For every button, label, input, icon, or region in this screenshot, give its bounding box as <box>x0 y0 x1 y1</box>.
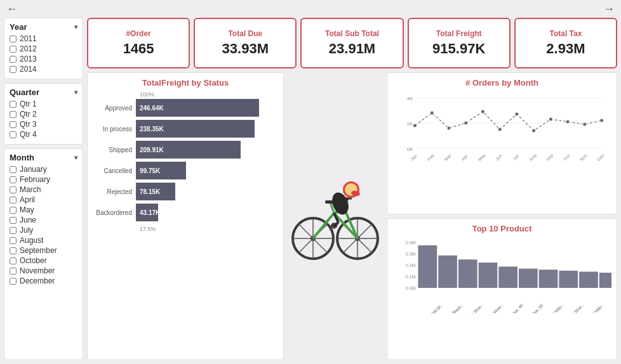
month-checkbox[interactable] <box>10 207 17 214</box>
svg-text:2K: 2K <box>407 121 413 127</box>
month-option-August[interactable]: August <box>10 236 77 245</box>
svg-text:4K: 4K <box>407 96 413 101</box>
bar-chart-row: Cancelled 99.75K <box>93 162 278 179</box>
year-label: Year <box>10 22 27 32</box>
svg-point-46 <box>600 119 604 122</box>
quarter-checkbox[interactable] <box>10 131 17 138</box>
svg-text:Feb: Feb <box>427 153 436 162</box>
bar-value: 246.64K <box>140 105 164 112</box>
svg-text:Jul: Jul <box>512 153 519 161</box>
forward-arrow[interactable]: → <box>603 3 615 16</box>
month-checkbox[interactable] <box>10 166 17 173</box>
month-option-June[interactable]: June <box>10 216 77 224</box>
svg-point-37 <box>447 126 451 130</box>
month-option-July[interactable]: July <box>10 226 77 235</box>
month-option-label: January <box>20 165 47 174</box>
svg-text:0.4M: 0.4M <box>406 240 416 245</box>
month-checkbox[interactable] <box>10 247 17 254</box>
month-checkbox[interactable] <box>10 237 17 244</box>
bar-chart-rows: Approved 246.64K In process 238.35K Ship… <box>93 99 278 224</box>
svg-rect-82 <box>599 273 611 288</box>
kpi-card: Total Sub Total23.91M <box>300 18 403 68</box>
year-checkbox-2014[interactable] <box>10 66 17 73</box>
bar-scale-bottom: 17.5% <box>140 226 278 232</box>
month-option-December[interactable]: December <box>10 276 77 285</box>
year-checkbox-2011[interactable] <box>10 36 17 42</box>
freight-chart-title: TotalFreight by Status <box>93 78 278 88</box>
bar-label: Approved <box>93 105 136 112</box>
month-option-January[interactable]: January <box>10 165 77 174</box>
kpi-value: 1465 <box>123 41 154 57</box>
top-navigation: ← → <box>0 0 621 18</box>
bar-value: 238.35K <box>140 126 164 133</box>
cyclist-svg <box>291 166 380 267</box>
month-checkbox[interactable] <box>10 186 17 193</box>
month-checkbox[interactable] <box>10 197 17 204</box>
bar-value: 209.91K <box>140 146 164 153</box>
quarter-option-label: Qtr 2 <box>20 110 37 119</box>
quarter-checkbox[interactable] <box>10 101 17 108</box>
svg-rect-76 <box>539 270 558 288</box>
year-option-2014[interactable]: 2014 <box>10 65 77 74</box>
quarter-options: Qtr 1Qtr 2Qtr 3Qtr 4 <box>10 100 77 139</box>
svg-rect-72 <box>498 266 518 288</box>
year-checkbox-2012[interactable] <box>10 46 17 53</box>
bar-outer: 238.35K <box>136 120 278 138</box>
svg-text:0K: 0K <box>407 146 413 152</box>
month-option-October[interactable]: October <box>10 256 77 265</box>
back-arrow[interactable]: ← <box>6 3 18 16</box>
month-checkbox[interactable] <box>10 217 17 224</box>
month-checkbox[interactable] <box>10 176 17 183</box>
kpi-row: #Order1465Total Due33.93MTotal Sub Total… <box>87 18 617 68</box>
month-option-label: July <box>20 226 33 235</box>
year-option-2011[interactable]: 2011 <box>10 34 77 43</box>
year-checkbox-2013[interactable] <box>10 56 17 63</box>
svg-line-26 <box>343 198 348 200</box>
quarter-checkbox[interactable] <box>10 111 17 118</box>
month-option-November[interactable]: November <box>10 266 77 275</box>
month-checkbox[interactable] <box>10 227 17 234</box>
svg-text:Nov: Nov <box>579 153 588 162</box>
quarter-filter-title: Quarter ▾ <box>10 88 77 97</box>
bar-value: 43.17K <box>140 209 160 216</box>
quarter-option-Qtr-3[interactable]: Qtr 3 <box>10 120 77 129</box>
quarter-chevron-icon[interactable]: ▾ <box>74 89 77 96</box>
month-option-March[interactable]: March <box>10 185 77 194</box>
quarter-label: Quarter <box>10 88 39 97</box>
year-option-label: 2014 <box>20 65 37 74</box>
month-option-February[interactable]: February <box>10 175 77 184</box>
year-option-2013[interactable]: 2013 <box>10 55 77 63</box>
month-checkbox[interactable] <box>10 268 17 275</box>
month-checkbox[interactable] <box>10 257 17 264</box>
svg-text:0.3M: 0.3M <box>406 252 416 256</box>
bar-chart-row: In process 238.35K <box>93 120 278 138</box>
month-filter-title: Month ▾ <box>10 153 77 162</box>
svg-text:Apr: Apr <box>461 153 470 162</box>
quarter-option-Qtr-1[interactable]: Qtr 1 <box>10 100 77 108</box>
month-option-label: December <box>20 276 55 285</box>
month-chevron-icon[interactable]: ▾ <box>74 154 77 161</box>
svg-text:0.1M: 0.1M <box>406 275 416 279</box>
month-option-May[interactable]: May <box>10 205 77 214</box>
year-option-2012[interactable]: 2012 <box>10 44 77 53</box>
quarter-option-Qtr-2[interactable]: Qtr 2 <box>10 110 77 119</box>
month-checkbox[interactable] <box>10 278 17 285</box>
year-chevron-icon[interactable]: ▾ <box>74 23 77 30</box>
svg-point-44 <box>566 120 570 124</box>
month-option-April[interactable]: April <box>10 195 77 204</box>
top10-chart-title: Top 10 Product <box>392 224 611 233</box>
bar-fill: 78.15K <box>136 183 175 200</box>
svg-rect-80 <box>579 271 598 288</box>
quarter-option-Qtr-4[interactable]: Qtr 4 <box>10 130 77 139</box>
year-option-label: 2013 <box>20 55 37 63</box>
month-option-September[interactable]: September <box>10 246 77 255</box>
bar-label: Backordered <box>93 209 136 216</box>
svg-rect-70 <box>479 263 498 288</box>
charts-row: TotalFreight by Status 100% Approved 246… <box>87 72 617 360</box>
svg-point-41 <box>515 112 519 116</box>
bar-label: Shipped <box>93 146 136 153</box>
month-option-label: March <box>20 185 41 194</box>
quarter-checkbox[interactable] <box>10 121 17 128</box>
bar-fill: 99.75K <box>136 162 186 179</box>
svg-line-15 <box>345 210 357 238</box>
